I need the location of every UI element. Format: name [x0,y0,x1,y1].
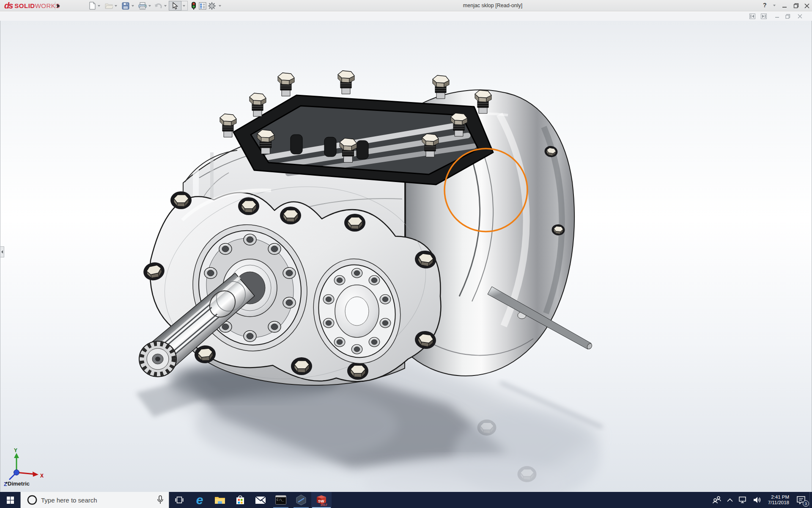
triad-y-label: Y [14,447,17,453]
hexagon-app-icon [296,494,307,505]
tray-time: 2:41 PM [771,494,789,500]
store-icon [236,495,245,505]
open-dropdown-arrow[interactable] [115,5,117,7]
people-icon [712,496,721,504]
select-tool-button[interactable] [169,1,181,11]
solidworks-2017-icon: SW 2017 [315,494,328,506]
model-canvas[interactable]: Y X Z [0,21,812,492]
svg-text:2017: 2017 [321,503,327,506]
taskbar-app-solidworks[interactable]: SW 2017 [311,492,332,508]
solidworks-logo: ds SOLIDWORKS [4,1,60,10]
notification-badge: 3 [803,500,809,507]
feature-panel-collapse-tab[interactable] [0,246,4,257]
task-view-icon [175,497,184,503]
taskbar-app-cad-viewer[interactable] [291,492,311,508]
taskbar-app-command-prompt[interactable]: C:\_ [271,492,291,508]
svg-text:C:\_: C:\_ [277,498,284,502]
minimize-button[interactable] [780,2,789,9]
save-button[interactable] [121,1,130,10]
tray-date: 7/11/2018 [768,500,789,505]
task-view-button[interactable] [169,492,189,508]
view-orientation-label: *Dimetric [5,480,30,487]
graphics-viewport[interactable]: Y X Z *Dimetric [0,21,812,492]
doc-restore-button[interactable] [785,14,791,19]
print-dropdown-arrow[interactable] [148,5,151,7]
taskbar-app-store[interactable] [230,492,250,508]
document-bar [0,12,812,21]
network-button[interactable] [736,492,750,508]
start-button[interactable] [0,492,20,508]
doc-close-button[interactable] [797,14,803,19]
open-button[interactable] [104,1,113,10]
tray-overflow-button[interactable] [724,492,736,508]
speaker-icon [753,497,762,503]
undo-dropdown-arrow[interactable] [164,5,167,7]
window-title: menjac sklop [Read-only] [463,3,522,8]
chevron-up-icon [727,498,733,502]
logo-text-solid: SOLID [14,2,35,9]
file-properties-button[interactable] [198,1,207,10]
command-prompt-icon: C:\_ [275,495,286,505]
new-dropdown-arrow[interactable] [98,5,100,7]
new-document-button[interactable] [88,1,97,10]
pane-right-button[interactable] [761,14,767,19]
title-bar: ds SOLIDWORKS menjac sklop [Read-only] ? [0,0,812,11]
options-gear-button[interactable] [207,1,217,10]
close-button[interactable] [802,2,812,9]
print-button[interactable] [138,1,147,10]
mail-icon [255,496,266,504]
edge-icon: e [196,494,203,506]
gearbox-model[interactable] [139,71,593,395]
file-explorer-icon [214,496,225,505]
undo-button[interactable] [154,1,163,10]
pane-left-button[interactable] [749,14,755,19]
taskbar-search[interactable] [20,492,169,508]
network-icon [739,497,747,503]
microphone-icon[interactable] [157,495,164,505]
system-tray: 2:41 PM 7/11/2018 3 [709,492,812,508]
output-hub-cap[interactable] [335,285,379,337]
windows-logo-icon [7,497,14,504]
menu-flyout-button[interactable] [55,2,62,10]
windows-taskbar: e C:\_ [0,492,812,508]
doc-minimize-button[interactable] [774,14,780,19]
people-button[interactable] [709,492,724,508]
shaft-spline-coupling[interactable] [139,341,176,377]
help-button[interactable]: ? [763,2,767,8]
dassault-logo-icon: ds [4,1,12,11]
triad-x-label: X [40,473,44,479]
search-input[interactable] [41,497,152,504]
restore-button[interactable] [791,2,801,9]
show-desktop-button[interactable] [809,492,812,508]
taskbar-app-file-explorer[interactable] [210,492,230,508]
svg-text:SW: SW [318,499,324,503]
volume-button[interactable] [750,492,765,508]
select-dropdown-button[interactable] [181,1,188,11]
clock[interactable]: 2:41 PM 7/11/2018 [765,492,793,508]
taskbar-app-mail[interactable] [250,492,271,508]
options-dropdown-arrow[interactable] [219,5,221,7]
taskbar-app-edge[interactable]: e [189,492,210,508]
rebuild-traffic-light-button[interactable] [189,1,198,10]
action-center-button[interactable]: 3 [793,492,809,508]
cortana-icon [27,494,38,505]
save-dropdown-arrow[interactable] [132,5,134,7]
help-dropdown-arrow[interactable] [773,5,776,6]
